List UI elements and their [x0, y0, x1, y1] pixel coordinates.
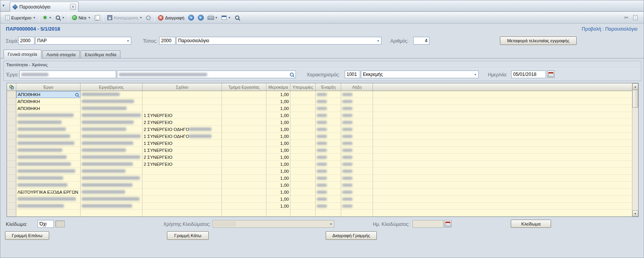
row-selector-cell[interactable] [7, 203, 16, 210]
table-row[interactable]: ΛΕΙΤΟΥΡΓΙΚΑ ΕΞΟΔΑ ΕΡΓΩΝ1,00 [7, 189, 632, 196]
chevron-down-icon[interactable]: ▼ [88, 16, 91, 19]
row-selector-cell[interactable] [7, 210, 16, 217]
table-row[interactable]: ΑΠΟΘΗΚΗ1,00 [7, 105, 632, 112]
project-code-field[interactable] [19, 71, 116, 78]
transfer-last-record-button[interactable]: Μεταφορά τελευταίας εγγραφής [500, 36, 577, 45]
column-header-department[interactable]: Τμήμα Εργασίας [222, 83, 266, 91]
chevron-down-icon[interactable]: ▼ [228, 16, 231, 19]
row-up-button[interactable]: Γραμμή Επάνω [5, 231, 49, 240]
series-code-field[interactable]: 2000 [18, 37, 34, 45]
lock-user-combo[interactable]: ▼ [213, 220, 334, 228]
window-button[interactable]: ▼ [220, 13, 233, 22]
row-selector-cell[interactable] [7, 175, 16, 182]
lock-value-field[interactable]: Όχι [38, 220, 54, 228]
close-icon[interactable]: × [70, 4, 76, 10]
date-field[interactable]: 05/01/2018 [511, 71, 546, 78]
chevron-down-icon[interactable]: ▼ [474, 73, 477, 76]
characterization-combo[interactable]: Εκκρεμής ▼ [361, 71, 479, 78]
column-header-start[interactable]: Έναρξη [316, 83, 341, 91]
table-row[interactable]: 2 ΣΥΝΕΡΓΕΙΟ1,00 [7, 119, 632, 126]
table-row[interactable]: 1,00 [7, 203, 632, 210]
characterization-code-field[interactable]: 1001 [345, 71, 360, 78]
row-selector-cell[interactable] [7, 168, 16, 175]
table-row[interactable]: 1,00 [7, 182, 632, 189]
type-code-field[interactable]: 2000 [159, 37, 175, 45]
copy-button[interactable] [93, 13, 102, 22]
record-state-button[interactable] [144, 13, 153, 22]
table-row[interactable]: 1,00 [7, 196, 632, 203]
row-selector-header[interactable] [7, 83, 16, 91]
row-selector-cell[interactable] [7, 140, 16, 147]
table-row[interactable]: 1 ΣΥΝΕΡΓΕΙΟ ΟΔΗΓΟ1,00 [7, 133, 632, 140]
favorites-button[interactable]: ✱ ▼ [41, 13, 53, 22]
table-row[interactable]: ΑΠΟΘΗΚΗ1,00 [7, 91, 632, 98]
tab-list-dropdown-icon[interactable]: ▼ [2, 4, 5, 7]
table-row[interactable]: 2 ΣΥΝΕΡΓΕΙΟ1,00 [7, 161, 632, 168]
row-selector-cell[interactable] [7, 147, 16, 154]
delete-row-button[interactable]: Διαγραφή Γραμμής [326, 231, 377, 240]
search-icon[interactable] [75, 93, 79, 96]
chevron-down-icon[interactable]: ▼ [62, 16, 65, 19]
layout-icon[interactable] [633, 15, 637, 20]
chevron-down-icon[interactable]: ▼ [377, 40, 380, 42]
find-button[interactable]: ▼ [53, 13, 67, 22]
scroll-up-button[interactable]: ▲ [632, 83, 638, 89]
row-selector-cell[interactable] [7, 119, 16, 126]
table-row[interactable]: 1 ΣΥΝΕΡΓΕΙΟ1,00 [7, 140, 632, 147]
next-record-button[interactable]: ► [196, 13, 206, 22]
tab-parousiologio[interactable]: Παρουσιολόγιο × [10, 2, 79, 12]
lock-date-field[interactable] [412, 220, 443, 228]
table-row[interactable]: 1 ΣΥΝΕΡΓΕΙΟ1,00 [7, 147, 632, 154]
column-header-end[interactable]: Λήξη [341, 83, 373, 91]
zoom-button[interactable] [233, 13, 242, 22]
row-selector-cell[interactable] [7, 112, 16, 119]
delete-button[interactable]: × Διαγραφή [156, 13, 186, 22]
table-row[interactable]: 1,00 [7, 168, 632, 175]
scroll-thumb[interactable] [632, 90, 638, 108]
type-combo[interactable]: Παρουσιολόγιο ▼ [176, 37, 381, 45]
row-selector-cell[interactable] [7, 154, 16, 161]
table-row[interactable]: 1,00 [7, 175, 632, 182]
new-button[interactable]: Νέα ▼ [70, 13, 93, 22]
scroll-down-button[interactable]: ▼ [632, 210, 638, 217]
project-name-field[interactable] [117, 71, 296, 78]
tab-general[interactable]: Γενικά στοιχεία [3, 50, 41, 58]
previous-record-button[interactable]: ◄ [186, 13, 196, 22]
chevron-down-icon[interactable]: ▼ [215, 16, 218, 19]
row-selector-cell[interactable] [7, 91, 16, 98]
number-field[interactable]: 4 [413, 37, 429, 45]
series-combo[interactable]: ΠΑΡ ▼ [35, 37, 131, 45]
column-header-employee[interactable]: Εργαζόμενος [81, 83, 143, 91]
chevron-down-icon[interactable]: ▼ [33, 16, 36, 19]
tab-other[interactable]: Λοιπά στοιχεία [42, 50, 80, 58]
table-row[interactable] [7, 210, 632, 217]
customize-icon[interactable]: ✂ [624, 15, 629, 20]
lock-toggle-box[interactable] [55, 220, 65, 227]
chevron-down-icon[interactable]: ▼ [330, 223, 332, 225]
vertical-scrollbar[interactable]: ▲ ▼ [632, 83, 638, 217]
row-selector-cell[interactable] [7, 105, 16, 112]
search-icon[interactable] [290, 72, 294, 77]
column-header-project[interactable]: Έργο [16, 83, 81, 91]
chevron-down-icon[interactable]: ▼ [49, 16, 52, 19]
row-selector-cell[interactable] [7, 133, 16, 140]
tab-free-fields[interactable]: Ελεύθερα πεδία [81, 50, 120, 58]
table-row[interactable]: 2 ΣΥΝΕΡΓΕΙΟ ΟΔΗΓΟ1,00 [7, 126, 632, 133]
calendar-button[interactable] [547, 71, 555, 78]
table-row[interactable]: 2 ΣΥΝΕΡΓΕΙΟ1,00 [7, 154, 632, 161]
row-selector-cell[interactable] [7, 161, 16, 168]
row-selector-cell[interactable] [7, 189, 16, 196]
calendar-button[interactable] [444, 220, 452, 227]
column-header-overtime[interactable]: Υπερωρίες [290, 83, 316, 91]
row-selector-cell[interactable] [7, 196, 16, 203]
table-row[interactable]: 1 ΣΥΝΕΡΓΕΙΟ1,00 [7, 112, 632, 119]
column-header-comment[interactable]: Σχόλιο [143, 83, 222, 91]
chevron-down-icon[interactable]: ▼ [139, 16, 142, 19]
row-selector-cell[interactable] [7, 182, 16, 189]
row-selector-cell[interactable] [7, 126, 16, 133]
lock-button[interactable]: Κλείδωμα [511, 220, 551, 228]
column-header-workday[interactable]: Μεροκάμα [266, 83, 290, 91]
table-row[interactable]: ΑΠΟΘΗΚΗ1,00 [7, 98, 632, 105]
chevron-down-icon[interactable]: ▼ [127, 40, 129, 42]
print-button[interactable]: ▼ [206, 13, 220, 22]
